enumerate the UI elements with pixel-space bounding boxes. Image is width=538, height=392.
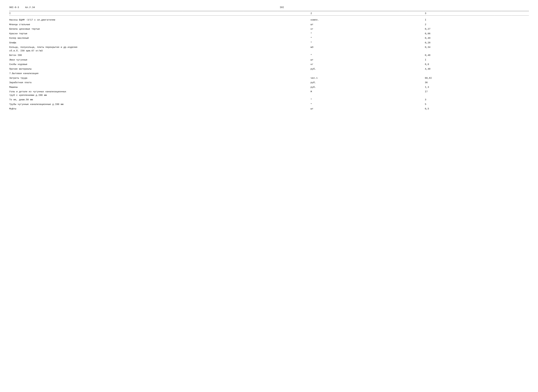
main-table: Насосы БЦНМ -3/17 с эл.двигателем компл.… [9, 18, 529, 111]
row-col3: 0,28 [425, 41, 529, 45]
row-col1: Муфты [9, 107, 311, 111]
table-row: Прочие материалы руб. 4,40 [9, 67, 529, 71]
row-col2: " [311, 41, 425, 45]
table-row: Скобы ходовые кг 8,0 [9, 63, 529, 66]
row-col3: I [425, 18, 529, 22]
row-col2: " [311, 98, 425, 102]
row-col1: Скобы ходовые [9, 63, 311, 66]
row-col1: Люки чугунные [9, 58, 311, 62]
row-col1: Белила цинковые тертые [9, 28, 311, 31]
col-header-1: I [9, 12, 11, 15]
row-col3: 2 [425, 23, 529, 27]
row-col1: Машины [9, 86, 311, 89]
table-row: Муфты шт 0,5 [9, 107, 529, 111]
row-col3: 0,5 [425, 107, 529, 111]
row-col3: 0,49 [425, 37, 529, 40]
table-row: Фланцы стальные шт 2 [9, 23, 529, 27]
table-row: Насосы БЦНМ -3/17 с эл.двигателем компл.… [9, 18, 529, 22]
doc-id: 90I-8-3 [9, 6, 19, 9]
row-col3: I7 [425, 90, 529, 94]
table-row: Трубы чугунные канализационные д.I00 мм … [9, 103, 529, 106]
row-col3: 0,27 [425, 28, 529, 31]
row-col2: кг [311, 28, 425, 31]
row-col1: Прочие материалы [9, 67, 311, 71]
row-col2: " [311, 32, 425, 36]
row-col2: шт [311, 107, 425, 111]
table-row: Колер масляный " 0,49 [9, 37, 529, 40]
row-col2: компл. [311, 18, 425, 22]
row-col2: шт [311, 23, 425, 27]
col-header-2: 2 [311, 12, 312, 15]
row-col3: 3 [425, 98, 529, 102]
row-col1: Узлы и детали из чугунных канализационны… [9, 90, 311, 97]
row-col2: мЗ [311, 46, 425, 49]
table-row: Кольца, полукольца, плиты перекрытия и д… [9, 46, 529, 53]
table-row: Люки чугунные шт I [9, 58, 529, 62]
row-col2: " [311, 37, 425, 40]
row-col1: Фланцы стальные [9, 23, 311, 27]
row-col3: I,3 [425, 86, 529, 89]
row-col3: 5 [425, 103, 529, 106]
row-col3: I [425, 58, 529, 62]
doc-code: Ал.У.34 [25, 6, 35, 9]
table-row: Затраты труда чел.ч 68,6I [9, 77, 529, 80]
table-row: 7.Бытовая канализация [9, 72, 529, 75]
row-col1: Колер масляный [9, 37, 311, 40]
row-col2: руб. [311, 81, 425, 84]
header-divider [9, 15, 529, 16]
row-col3: 0,34 [425, 46, 529, 49]
row-col2: чел.ч [311, 77, 425, 80]
row-col1: Заработная плата [9, 81, 311, 84]
section-header: 7.Бытовая канализация [9, 72, 311, 75]
row-col1: Трубы чугунные канализационные д.I00 мм [9, 103, 311, 106]
row-col3: 8,0 [425, 63, 529, 66]
table-row: Краски тертые " 0,06 [9, 32, 529, 36]
page-num: I8I [280, 6, 284, 9]
table-row: Бетон I00 " 0,48 [9, 54, 529, 57]
table-row: То же, диам.50 мм " 3 [9, 98, 529, 102]
col-header-3: 3 [425, 12, 426, 15]
row-col3: 0,48 [425, 54, 529, 57]
column-headers: I 2 3 [9, 12, 529, 15]
table-row: Машины руб. I,3 [9, 86, 529, 89]
table-row: Белила цинковые тертые кг 0,27 [9, 28, 529, 31]
table-row: Узлы и детали из чугунных канализационны… [9, 90, 529, 97]
row-col3: 36 [425, 81, 529, 84]
row-col1: Бетон I00 [9, 54, 311, 57]
row-col1: Краски тертые [9, 32, 311, 36]
row-col2: " [311, 103, 425, 106]
row-col3: 68,6I [425, 77, 529, 80]
table-row: Олифа " 0,28 [9, 41, 529, 45]
row-col1: Кольца, полукольца, плиты перекрытия и д… [9, 46, 311, 53]
row-col2: кг [311, 63, 425, 66]
top-divider [9, 11, 529, 11]
row-col1: Олифа [9, 41, 311, 45]
table-row: Заработная плата руб. 36 [9, 81, 529, 84]
row-col2: шт [311, 58, 425, 62]
header: 90I-8-3 Ал.У.34 I8I [9, 6, 529, 9]
row-col3: 0,06 [425, 32, 529, 36]
row-col2: руб. [311, 67, 425, 71]
row-col3: 4,40 [425, 67, 529, 71]
row-col2: М [311, 90, 425, 94]
row-col1: То же, диам.50 мм [9, 98, 311, 102]
row-col1: Насосы БЦНМ -3/17 с эл.двигателем [9, 18, 311, 22]
top-divider-2 [9, 11, 529, 12]
row-col1: Затраты труда [9, 77, 311, 80]
row-col2: " [311, 54, 425, 57]
row-col2: руб. [311, 86, 425, 89]
